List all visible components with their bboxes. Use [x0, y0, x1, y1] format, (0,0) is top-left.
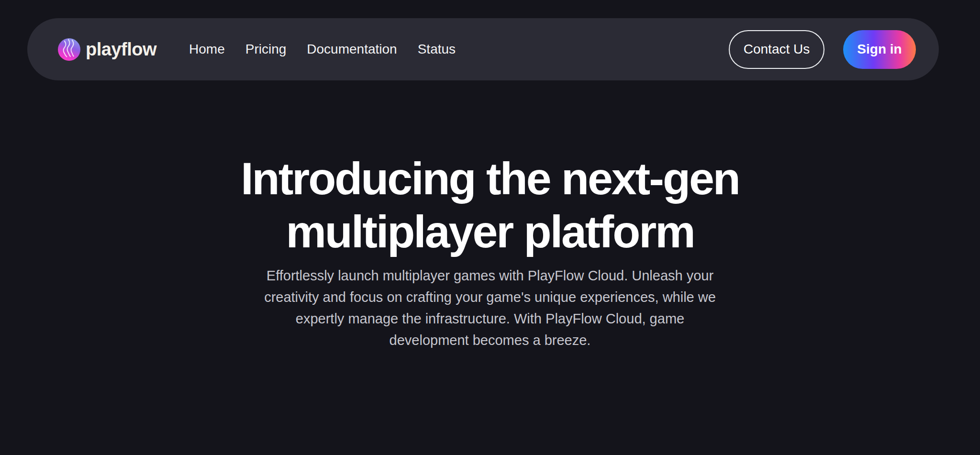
brand[interactable]: playflow [58, 38, 156, 61]
hero-title-line1: Introducing the next-gen [0, 152, 980, 205]
sign-in-button[interactable]: Sign in [843, 30, 916, 69]
nav-link-home[interactable]: Home [189, 42, 225, 57]
nav-actions: Contact Us Sign in [729, 30, 916, 69]
playflow-logo-icon [58, 38, 80, 61]
nav-links: Home Pricing Documentation Status [189, 42, 456, 57]
nav-link-documentation[interactable]: Documentation [307, 42, 397, 57]
hero-section: Introducing the next-gen multiplayer pla… [0, 80, 980, 351]
brand-name: playflow [86, 39, 156, 60]
hero-description: Effortlessly launch multiplayer games wi… [256, 265, 724, 351]
navbar: playflow Home Pricing Documentation Stat… [27, 18, 939, 80]
hero-title-line2: multiplayer platform [0, 205, 980, 258]
nav-link-pricing[interactable]: Pricing [245, 42, 287, 57]
hero-title: Introducing the next-gen multiplayer pla… [0, 152, 980, 258]
nav-link-status[interactable]: Status [418, 42, 456, 57]
page: playflow Home Pricing Documentation Stat… [0, 0, 980, 455]
contact-us-button[interactable]: Contact Us [729, 30, 824, 69]
